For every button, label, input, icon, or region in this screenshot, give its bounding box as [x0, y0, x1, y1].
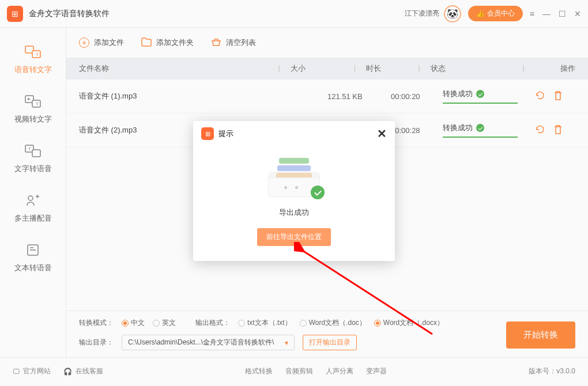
goto-export-location-button[interactable]: 前往导出文件位置 [257, 228, 331, 246]
modal-message: 导出成功 [279, 207, 309, 218]
modal-close-button[interactable]: ✕ [377, 127, 387, 141]
modal-overlay: ⊞ 提示 ✕ 导出成功 前往导出文件位置 [0, 0, 588, 386]
modal-title: 提示 [218, 128, 372, 139]
modal-logo-icon: ⊞ [201, 127, 214, 140]
success-check-icon [311, 186, 325, 199]
export-success-modal: ⊞ 提示 ✕ 导出成功 前往导出文件位置 [193, 121, 395, 261]
success-illustration [268, 157, 320, 197]
